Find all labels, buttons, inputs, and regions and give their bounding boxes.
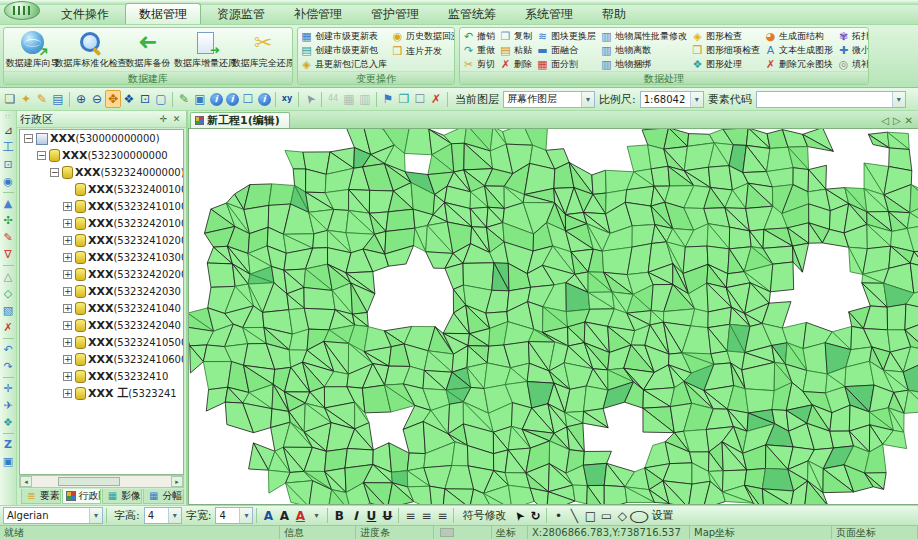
toolbar-grip[interactable]: ∷: [5, 115, 10, 119]
snap-node-button[interactable]: ✣: [1, 213, 16, 228]
tree-node[interactable]: +XXX(53232410: [20, 368, 183, 385]
font-name-combo[interactable]: Algerian▾: [3, 507, 103, 524]
map-viewport[interactable]: [188, 128, 918, 505]
expand-icon[interactable]: +: [63, 304, 72, 313]
edit-sheet-button[interactable]: ✎: [176, 90, 192, 108]
zoom-full-extent-button[interactable]: ❖: [121, 90, 137, 108]
db-backup-button[interactable]: ➜数据库备份: [119, 28, 177, 71]
italic-button-button[interactable]: I: [347, 508, 363, 524]
expand-icon[interactable]: +: [63, 321, 72, 330]
expand-icon[interactable]: +: [63, 338, 72, 347]
generate-face-structure-button[interactable]: ◕生成面结构: [762, 29, 835, 43]
save-note-button[interactable]: ✎: [34, 90, 50, 108]
fly-navigate-button[interactable]: ✈: [1, 398, 16, 413]
clip-funnel-button[interactable]: ∇: [1, 247, 16, 262]
doc-tab-close-icon[interactable]: ✕: [905, 115, 913, 126]
tab-supervision-planning[interactable]: 监管统筹: [435, 4, 509, 24]
attribute-query-button[interactable]: 44: [325, 90, 341, 108]
align-left-button[interactable]: ≡: [402, 508, 418, 524]
erase-features-button[interactable]: ✗: [1, 320, 16, 335]
expand-icon[interactable]: +: [63, 202, 72, 211]
expand-icon[interactable]: +: [63, 287, 72, 296]
contiguous-development-button[interactable]: ❒连片开发: [389, 44, 454, 59]
text-to-graphic-button[interactable]: A文本生成图形: [762, 43, 835, 57]
tab-data-management[interactable]: 数据管理: [125, 3, 201, 24]
frame-select-button[interactable]: ⊡: [1, 157, 16, 172]
zoom-window-button[interactable]: ⊡: [137, 90, 153, 108]
history-data-backtrack-button[interactable]: ◉历史数据回溯: [389, 29, 454, 44]
pan-move-button[interactable]: ✛: [1, 381, 16, 396]
roundrect-tool-button[interactable]: ▭: [598, 508, 614, 524]
scroll-right-icon[interactable]: ▸: [171, 476, 183, 487]
copy-layer-button[interactable]: ❐: [396, 90, 412, 108]
tab-resource-supervision[interactable]: 资源监管: [204, 4, 278, 24]
panel-tab-admin-region[interactable]: 行政区: [62, 489, 101, 504]
face-split-button[interactable]: ▦面分割: [534, 57, 598, 71]
scroll-left-icon[interactable]: ◂: [20, 476, 32, 487]
panel-tab-features[interactable]: ≣要素...: [21, 489, 61, 504]
collapse-icon[interactable]: −: [37, 151, 46, 160]
tree-node[interactable]: +XXX(532324102000: [20, 232, 183, 249]
text-color-blue-button[interactable]: A: [260, 508, 276, 524]
create-city-update-table-button[interactable]: ▦创建市级更新表: [298, 29, 389, 43]
identify-area-button[interactable]: i: [256, 90, 272, 108]
db-standardization-check-button[interactable]: 数据库标准化检查: [62, 28, 120, 71]
pointer-tool-button[interactable]: ➤: [511, 508, 527, 524]
chart-image-button[interactable]: ▧: [1, 303, 16, 318]
rect-tool-button[interactable]: □: [582, 508, 598, 524]
align-right-button[interactable]: ≡: [434, 508, 450, 524]
tree-node[interactable]: +XXX 工(5323241: [20, 385, 183, 402]
char-width-combo-dropdown-icon[interactable]: ▾: [239, 508, 252, 523]
text-color-dropdown-button[interactable]: ▾: [308, 508, 324, 524]
bold-button-button[interactable]: B: [331, 508, 347, 524]
xy-coordinate-button[interactable]: xy: [279, 90, 295, 108]
paste-button[interactable]: ▤粘贴: [497, 43, 534, 57]
settings-button[interactable]: 设置: [646, 508, 678, 523]
create-city-update-package-button[interactable]: ▤创建市级更新包: [298, 43, 389, 57]
close-icon[interactable]: ✕: [170, 113, 183, 126]
panel-tab-imagery[interactable]: ▦影像...: [102, 489, 142, 504]
tree-node[interactable]: −XXX(532324000000): [20, 164, 183, 181]
tab-file-operations[interactable]: 文件操作: [48, 4, 122, 24]
tab-compensation-management[interactable]: 补偿管理: [281, 4, 355, 24]
db-full-restore-button[interactable]: ✂数据库完全还原: [234, 28, 292, 71]
fill-holes-button[interactable]: ◎填补空洞: [835, 57, 868, 71]
cut-button[interactable]: ✂剪切: [460, 57, 497, 71]
current-layer-combo[interactable]: 屏幕作图层▾: [503, 91, 595, 108]
identify-info-button[interactable]: i: [208, 90, 224, 108]
label-flag-button[interactable]: ⚑: [380, 90, 396, 108]
previous-view-button[interactable]: ▢: [153, 90, 169, 108]
face-merge-button[interactable]: ▬面融合: [534, 43, 598, 57]
font-name-combo-dropdown-icon[interactable]: ▾: [89, 508, 102, 523]
char-height-combo[interactable]: 4▾: [144, 507, 182, 524]
tree-node[interactable]: +XXX(5323241040: [20, 300, 183, 317]
county-update-package-import-button[interactable]: ◈县更新包汇总入库: [298, 57, 389, 71]
pin-icon[interactable]: ✛: [157, 113, 170, 126]
delete-redundant-blocks-button[interactable]: ✗删除冗余图块: [762, 57, 835, 71]
feature-bundle-button[interactable]: ▥地物捆绑: [598, 57, 689, 71]
block-change-layer-button[interactable]: ≋图块更换层: [534, 29, 598, 43]
new-document-button[interactable]: ❏: [2, 90, 18, 108]
record-list-button[interactable]: ▤: [50, 90, 66, 108]
text-color-red-button[interactable]: A: [292, 508, 308, 524]
symbol-modify-button[interactable]: 符号修改: [457, 508, 511, 523]
topology-consistency-button[interactable]: ✾拓扑一致性处理: [835, 29, 868, 43]
vertex-triangle-button[interactable]: △: [1, 269, 16, 284]
expand-icon[interactable]: +: [63, 355, 72, 364]
db-build-wizard-button[interactable]: 数据建库向导: [4, 28, 62, 71]
visibility-eye-button[interactable]: ◉: [1, 174, 16, 189]
map-canvas[interactable]: [189, 129, 918, 504]
micro-block-merge-button[interactable]: ✚微小图块合并: [835, 43, 868, 57]
scrollbar-thumb[interactable]: [58, 477, 120, 486]
line-tool-button[interactable]: ╲: [566, 508, 582, 524]
graphic-check-button[interactable]: ◈图形检查: [689, 29, 762, 43]
scale-combo-dropdown-icon[interactable]: ▾: [690, 92, 703, 107]
pyramid-3d-button[interactable]: ▲: [1, 196, 16, 211]
db-incremental-restore-button[interactable]: 数据库增量还原: [177, 28, 235, 71]
tree-node[interactable]: +XXX(532324103000: [20, 249, 183, 266]
feature-code-combo-dropdown-icon[interactable]: ▾: [892, 92, 905, 107]
align-center-button[interactable]: ≡: [418, 508, 434, 524]
graphic-detail-check-button[interactable]: ❒图形细项检查: [689, 43, 762, 57]
vertex-diamond-button[interactable]: ◇: [1, 286, 16, 301]
pan-hand-button[interactable]: ✥: [105, 90, 121, 108]
